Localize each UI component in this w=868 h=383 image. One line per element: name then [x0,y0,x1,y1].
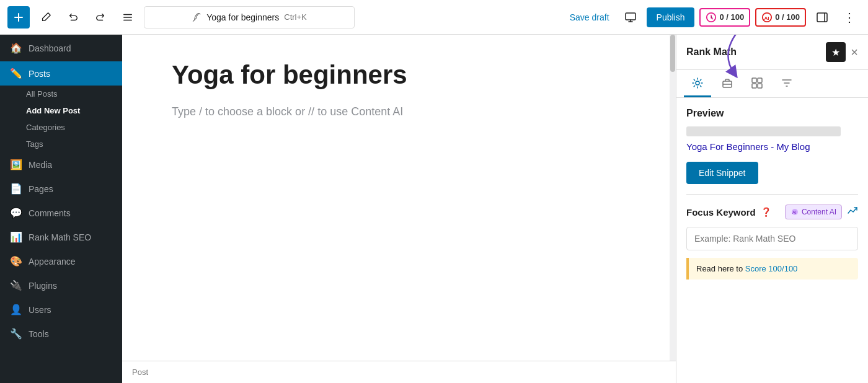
publish-button[interactable]: Publish [647,7,695,27]
editor-placeholder[interactable]: Type / to choose a block or // to use Co… [172,105,626,118]
sidebar-item-label-tools: Tools [29,329,49,339]
rm-content: Preview Yoga For Beginners - My Blog Edi… [676,98,868,383]
briefcase-icon [721,77,733,89]
content-ai-button[interactable]: AI Content AI [785,205,842,219]
preview-link[interactable]: Yoga For Beginners - My Blog [686,141,858,152]
svg-rect-10 [758,84,762,88]
svg-text:AI: AI [792,210,797,214]
rank-math-header: Rank Math ★ × [676,35,868,70]
focus-keyword-label: Focus Keyword [686,207,756,218]
undo-button[interactable] [62,6,84,29]
edit-snippet-button[interactable]: Edit Snippet [686,162,758,184]
categories-label: Categories [26,123,65,132]
rm-close-button[interactable]: × [851,46,858,58]
scrollbar-thumb[interactable] [670,35,675,72]
tab-schema[interactable] [743,70,771,97]
redo-button[interactable] [89,6,112,29]
seo-score-button-1[interactable]: 0 / 100 [699,8,750,27]
filter-icon [781,77,793,89]
content-ai-label: Content AI [802,208,836,216]
content-area: Yoga for beginners Type / to choose a bl… [122,35,676,383]
gear-icon [691,77,704,89]
users-icon: 👤 [10,304,22,315]
edit-mode-button[interactable] [35,6,57,29]
add-new-label: Add New Post [26,106,80,115]
sidebar-item-media[interactable]: 🖼️ Media [0,152,122,177]
sidebar: 🏠 Dashboard ✏️ Posts All Posts Add New P… [0,35,122,383]
appearance-icon: 🎨 [10,255,22,267]
sidebar-item-users[interactable]: 👤 Users [0,297,122,322]
editor-bottom-bar: Post [122,361,676,383]
rank-math-title: Rank Math [686,46,737,58]
score-info-bar: Read here to Score 100/100 [686,258,858,280]
media-icon: 🖼️ [10,159,22,170]
sidebar-item-appearance[interactable]: 🎨 Appearance [0,249,122,273]
svg-rect-0 [626,13,636,20]
sidebar-item-plugins[interactable]: 🔌 Plugins [0,273,122,297]
svg-text:AI: AI [764,15,769,20]
tab-seo[interactable] [714,70,741,97]
seo-score-button-2[interactable]: AI 0 / 100 [755,8,806,27]
score-link[interactable]: Score 100/100 [745,264,798,273]
sidebar-item-label-users: Users [29,305,51,315]
pages-icon: 📄 [10,183,22,195]
feather-icon [192,12,202,22]
more-options-button[interactable]: ⋮ [838,6,861,29]
seo-score-icon-2: AI [761,12,773,23]
save-draft-button[interactable]: Save draft [565,12,614,22]
main-layout: 🏠 Dashboard ✏️ Posts All Posts Add New P… [0,35,868,383]
sidebar-toggle-button[interactable] [811,6,833,29]
divider [686,194,858,195]
schema-icon [751,77,763,89]
rank-math-panel: Rank Math ★ × [676,35,868,383]
focus-keyword-row: Focus Keyword ❓ AI Content AI [686,205,858,219]
sidebar-item-dashboard[interactable]: 🏠 Dashboard [0,35,122,61]
trend-button[interactable] [847,205,858,219]
posts-icon: ✏️ [10,68,22,79]
svg-point-5 [696,81,699,85]
sidebar-item-tools[interactable]: 🔧 Tools [0,322,122,346]
focus-keyword-input[interactable] [686,227,858,250]
top-toolbar: Yoga for beginners Ctrl+K Save draft Pub… [0,0,868,35]
content-ai-icon: AI [790,208,799,216]
scrollbar-track[interactable] [670,35,676,361]
score-info-text: Read here to [696,264,745,273]
tab-advanced[interactable] [773,70,800,97]
comments-icon: 💬 [10,207,22,219]
svg-rect-8 [758,78,762,82]
tab-general[interactable] [684,70,711,97]
keyboard-shortcut: Ctrl+K [284,12,306,22]
rm-star-button[interactable]: ★ [826,42,846,62]
svg-rect-4 [817,13,827,22]
rm-tabs [676,70,868,98]
sidebar-item-comments[interactable]: 💬 Comments [0,201,122,225]
list-view-button[interactable] [117,6,139,29]
svg-rect-7 [752,78,756,82]
sidebar-item-posts[interactable]: ✏️ Posts [0,61,122,86]
sidebar-item-label-pages: Pages [29,184,53,194]
sidebar-item-pages[interactable]: 📄 Pages [0,177,122,201]
sidebar-sub-item-add-new[interactable]: Add New Post [0,102,122,119]
post-title-bar: Yoga for beginners Ctrl+K [144,6,355,29]
svg-rect-9 [752,84,756,88]
bottom-bar-label: Post [132,368,148,377]
sidebar-sub-item-all-posts[interactable]: All Posts [0,86,122,102]
all-posts-label: All Posts [26,89,58,99]
editor-area[interactable]: Yoga for beginners Type / to choose a bl… [122,35,676,361]
preview-label: Preview [686,108,858,119]
sidebar-sub-item-tags[interactable]: Tags [0,136,122,152]
help-icon[interactable]: ❓ [761,207,771,217]
sidebar-item-label-appearance: Appearance [29,257,76,266]
tags-label: Tags [26,139,43,149]
sidebar-item-label-rank-math: Rank Math SEO [29,232,91,242]
post-heading[interactable]: Yoga for beginners [172,59,626,90]
seo-score-value-1: 0 / 100 [719,12,744,22]
sidebar-sub-item-categories[interactable]: Categories [0,119,122,136]
sidebar-item-rank-math[interactable]: 📊 Rank Math SEO [0,225,122,249]
seo-score-value-2: 0 / 100 [775,12,800,22]
add-block-button[interactable] [7,6,30,29]
rank-math-icon: 📊 [10,231,22,243]
sidebar-item-label-media: Media [29,160,52,170]
preview-mode-button[interactable] [619,6,642,29]
dashboard-icon: 🏠 [10,42,22,54]
